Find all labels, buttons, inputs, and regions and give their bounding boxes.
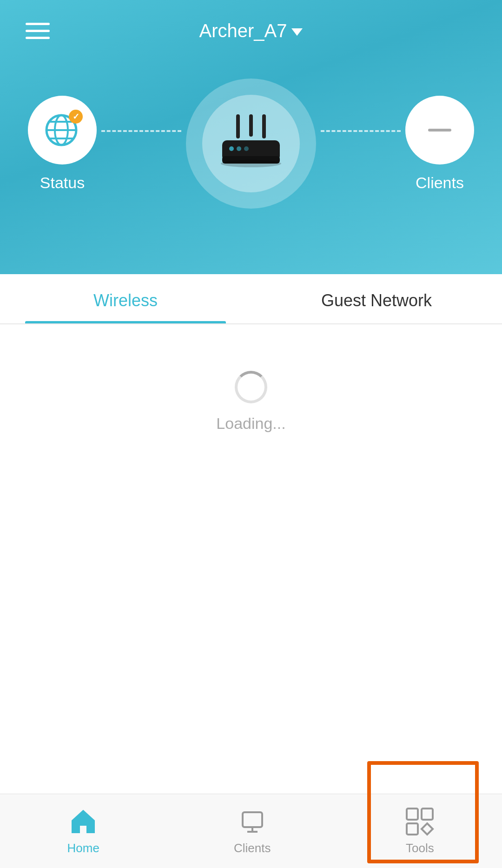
svg-point-11	[237, 146, 241, 151]
clients-label: Clients	[416, 174, 464, 192]
tab-wireless[interactable]: Wireless	[0, 274, 251, 323]
connector-left	[101, 130, 181, 132]
tabs-bar: Wireless Guest Network	[0, 274, 502, 324]
top-bar: Archer_A7	[0, 0, 502, 51]
status-node: ✓ Status	[28, 96, 97, 192]
hamburger-line-3	[26, 37, 50, 39]
content-area: Loading...	[0, 324, 502, 433]
router-circle-inner	[202, 95, 300, 192]
router-name[interactable]: Archer_A7	[199, 20, 303, 41]
check-badge: ✓	[69, 110, 83, 124]
svg-point-10	[229, 146, 234, 151]
bottom-nav: Home Clients Tools	[0, 794, 502, 868]
clients-nav-icon	[238, 807, 267, 836]
svg-rect-18	[407, 809, 418, 820]
globe-icon: ✓	[44, 112, 81, 149]
minus-icon	[428, 129, 451, 132]
svg-rect-6	[249, 114, 253, 137]
clients-node: Clients	[405, 96, 474, 192]
svg-point-13	[221, 160, 281, 167]
hamburger-button[interactable]	[23, 20, 52, 41]
dropdown-arrow-icon	[291, 28, 303, 36]
status-circle[interactable]: ✓	[28, 96, 97, 164]
hamburger-line-2	[26, 30, 50, 32]
tools-icon	[405, 807, 435, 836]
svg-rect-20	[407, 823, 418, 835]
svg-rect-14	[243, 812, 262, 827]
connector-right	[321, 130, 401, 132]
svg-point-12	[244, 146, 249, 151]
status-label: Status	[40, 174, 85, 192]
tools-label: Tools	[406, 841, 434, 855]
svg-rect-5	[236, 114, 240, 138]
router-name-text: Archer_A7	[199, 20, 287, 41]
nav-clients[interactable]: Clients	[220, 802, 284, 860]
nav-home[interactable]: Home	[53, 802, 113, 860]
clients-circle[interactable]	[405, 96, 474, 164]
hamburger-line-1	[26, 23, 50, 25]
tab-guest-network[interactable]: Guest Network	[251, 274, 502, 323]
loading-text: Loading...	[216, 414, 285, 433]
svg-rect-7	[262, 114, 266, 138]
router-node	[186, 79, 316, 209]
loading-spinner	[235, 371, 267, 403]
home-label: Home	[67, 841, 99, 855]
clients-nav-label: Clients	[234, 841, 271, 855]
svg-marker-21	[422, 823, 433, 835]
nav-tools[interactable]: Tools	[391, 802, 449, 860]
svg-rect-19	[422, 809, 433, 820]
network-diagram: ✓ Status	[0, 79, 502, 209]
home-icon	[68, 807, 98, 836]
router-circle-outer	[186, 79, 316, 209]
hero-section: Archer_A7 ✓ Status	[0, 0, 502, 274]
